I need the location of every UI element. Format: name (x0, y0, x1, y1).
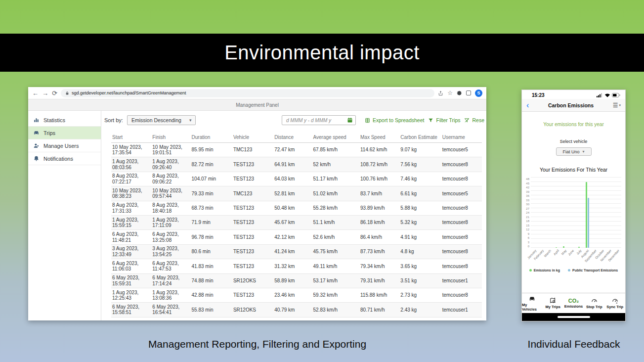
y-tick-label: 33 (526, 199, 529, 202)
cell-max-speed: 80.71 km/h (359, 307, 399, 313)
column-header: Finish (151, 134, 190, 142)
export-spreadsheet-button[interactable]: Export to Spreadsheet (365, 117, 424, 123)
map-search-icon (549, 297, 557, 304)
cell-carbon-estimate: 4.8 kg (399, 249, 441, 255)
cell-username: temcouser8 (441, 234, 482, 240)
table-row[interactable]: 10 May 2023, 08:38:23 10 May 2023, 09:57… (111, 186, 482, 201)
table-row[interactable]: 1 Aug 2023, 12:25:43 1 Aug 2023, 13:08:3… (111, 288, 482, 303)
side-panel-icon[interactable] (466, 90, 471, 95)
tab-sync-trip[interactable]: Sync Trip (604, 293, 625, 313)
cell-username: temcouser8 (441, 205, 482, 211)
cell-average-speed: 51.1 km/h (312, 220, 360, 226)
cell-max-speed: 83.7 km/h (359, 191, 399, 197)
table-row[interactable]: 8 Aug 2023, 07:22:17 8 Aug 2023, 09:06:2… (111, 172, 482, 186)
bar-group (599, 178, 606, 248)
cell-average-speed: 52 km/h (312, 162, 360, 168)
home-indicator[interactable] (558, 316, 590, 318)
cell-start: 1 Aug 2023, 15:59:15 (111, 217, 151, 228)
sidebar-item-trips[interactable]: Trips (28, 127, 101, 139)
trips-toolbar: Sort by: Emission Descending ▾ d MMM y -… (101, 113, 486, 128)
table-row[interactable]: 8 Aug 2023, 17:31:33 8 Aug 2023, 18:40:1… (111, 201, 482, 216)
cell-max-speed: 100.76 km/h (359, 176, 399, 182)
date-range-input[interactable]: d MMM y - d MMM y (282, 115, 356, 125)
column-header: Duration (191, 134, 232, 142)
calendar-icon[interactable] (347, 117, 353, 123)
filter-label: Filter Trips (436, 117, 460, 123)
chevron-down-icon: ▾ (619, 103, 621, 107)
title-banner: Environmental impact (0, 34, 644, 72)
menu-button[interactable]: ☰▾ (613, 102, 621, 109)
gauge-sync-icon (611, 297, 619, 304)
cell-duration: 55.83 min (191, 307, 232, 313)
y-tick-label: 39 (526, 190, 529, 193)
cell-carbon-estimate: 2.43 kg (399, 307, 441, 313)
tab-my-trips[interactable]: My Trips (543, 293, 563, 313)
cell-start: 6 Aug 2023, 11:06:03 (111, 261, 151, 272)
table-row[interactable]: 1 Aug 2023, 08:03:56 1 Aug 2023, 09:26:4… (111, 157, 482, 172)
cell-vehicle: TEST123 (232, 234, 273, 240)
table-row[interactable]: 6 May 2023, 15:59:31 6 May 2023, 17:14:2… (111, 274, 482, 288)
column-header: Vehicle (232, 134, 273, 142)
back-chevron-icon[interactable]: ‹ (526, 101, 529, 109)
main-content: Sort by: Emission Descending ▾ d MMM y -… (101, 111, 486, 320)
emissions-chart-yaxis: 484542393633302724211815129630 (523, 178, 531, 248)
table-row[interactable]: 10 May 2023, 17:35:54 10 May 2023, 19:01… (111, 143, 482, 157)
refresh-icon[interactable]: ⟳ (52, 90, 57, 96)
tab-emissions[interactable]: CO₂ Emissions (563, 293, 584, 313)
table-row[interactable]: 6 Aug 2023, 11:48:21 6 Aug 2023, 13:25:0… (111, 230, 482, 244)
sort-by-label: Sort by: (104, 117, 123, 123)
sidebar-item-manage-users[interactable]: Manage Users (28, 139, 101, 152)
sidebar-item-notifications[interactable]: Notifications (28, 152, 101, 165)
y-tick-label: 6 (528, 236, 529, 239)
cell-vehicle: TEST123 (232, 176, 273, 182)
chart-title: Your Emissions For This Year (522, 167, 625, 173)
column-header: Average speed (312, 134, 360, 142)
tab-stop-trip[interactable]: Stop Trip (584, 293, 604, 313)
table-row[interactable]: 6 Aug 2023, 11:06:03 6 Aug 2023, 11:47:5… (111, 259, 482, 273)
legend-marker-green (529, 269, 532, 272)
app-body: Statistics Trips Manage Users Notificati… (28, 111, 486, 320)
cell-carbon-estimate: 3.65 kg (399, 264, 441, 270)
cellular-signal-icon (597, 93, 603, 97)
cell-vehicle: TMC123 (232, 191, 273, 197)
address-bar[interactable]: sgd.getdeveloper.net/launchpad/SmartGree… (61, 89, 434, 97)
emissions-subtitle: Your emissions for this year (522, 122, 625, 127)
table-row[interactable]: 6 May 2023, 15:58:51 6 May 2023, 16:54:4… (111, 303, 482, 317)
cell-carbon-estimate: 5.32 kg (399, 220, 441, 226)
back-icon[interactable]: ← (32, 90, 39, 96)
cell-max-speed: 87.73 km/h (359, 249, 399, 255)
tab-my-vehicles[interactable]: My Vehicles (522, 293, 543, 313)
profile-avatar[interactable]: S (475, 90, 482, 97)
lock-icon (65, 91, 69, 95)
bar-group (584, 178, 591, 248)
cell-username: temcouser1 (441, 278, 482, 284)
filter-icon (428, 118, 433, 123)
extensions-icon[interactable] (457, 90, 462, 96)
table-row[interactable]: 3 Aug 2023, 12:33:49 3 Aug 2023, 13:54:2… (111, 245, 482, 259)
cell-duration: 74.88 min (191, 278, 232, 284)
table-row[interactable]: 1 Aug 2023, 15:59:15 1 Aug 2023, 17:11:0… (111, 216, 482, 230)
cell-finish: 6 Aug 2023, 11:47:53 (151, 261, 190, 272)
forward-icon[interactable]: → (42, 90, 48, 96)
bookmark-star-icon[interactable]: ☆ (447, 90, 453, 96)
chart-bar (588, 198, 589, 248)
x-tick-label: December (614, 248, 621, 267)
cell-average-speed: 52.83 km/h (312, 307, 360, 313)
chart-bar (586, 182, 587, 248)
legend-label: Public Transport Emissions (572, 269, 618, 272)
cell-finish: 8 Aug 2023, 09:06:22 (151, 173, 190, 184)
reset-filters-button[interactable]: Rese (464, 117, 484, 123)
bar-group (614, 178, 621, 248)
cell-distance: 58.89 km (273, 278, 312, 284)
filter-trips-button[interactable]: Filter Trips (428, 117, 460, 123)
legend-item-emissions: Emissions in kg (529, 269, 560, 272)
status-time: 15:23 (532, 92, 545, 98)
vehicle-select[interactable]: Fiat Uno ▾ (556, 147, 592, 156)
bar-group (568, 178, 576, 248)
vehicle-select-value: Fiat Uno (562, 149, 579, 154)
sidebar-item-statistics[interactable]: Statistics (28, 114, 101, 127)
cell-max-speed: 114.62 km/h (359, 147, 399, 153)
url-text: sgd.getdeveloper.net/launchpad/SmartGree… (72, 90, 186, 95)
share-icon[interactable] (438, 90, 443, 96)
sort-select[interactable]: Emission Descending ▾ (127, 115, 196, 125)
